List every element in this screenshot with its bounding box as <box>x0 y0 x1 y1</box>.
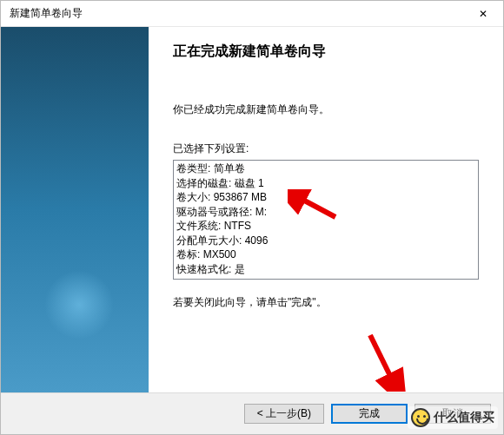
settings-label: 已选择下列设置: <box>173 142 479 156</box>
finish-button[interactable]: 完成 <box>331 404 408 424</box>
watermark: 什么值得买 <box>408 406 498 429</box>
settings-line: 卷大小: 953867 MB <box>175 190 477 205</box>
window-title: 新建简单卷向导 <box>10 6 83 21</box>
settings-line: 卷类型: 简单卷 <box>175 161 477 176</box>
titlebar: 新建简单卷向导 ✕ <box>1 1 503 27</box>
settings-line: 驱动器号或路径: M: <box>175 205 477 220</box>
close-button[interactable]: ✕ <box>463 1 503 27</box>
settings-line: 文件系统: NTFS <box>175 219 477 234</box>
watermark-text: 什么值得买 <box>434 410 494 425</box>
wizard-heading: 正在完成新建简单卷向导 <box>173 43 479 61</box>
close-icon: ✕ <box>479 8 487 20</box>
close-hint-text: 若要关闭此向导，请单击"完成"。 <box>173 295 479 310</box>
wizard-body: 正在完成新建简单卷向导 你已经成功完成新建简单卷向导。 已选择下列设置: 卷类型… <box>1 27 503 392</box>
back-button[interactable]: < 上一步(B) <box>244 404 324 424</box>
settings-line: 分配单元大小: 4096 <box>175 234 477 248</box>
smile-icon <box>411 408 430 427</box>
settings-line: 选择的磁盘: 磁盘 1 <box>175 176 477 191</box>
settings-listbox[interactable]: 卷类型: 简单卷 选择的磁盘: 磁盘 1 卷大小: 953867 MB 驱动器号… <box>173 160 479 280</box>
wizard-intro-text: 你已经成功完成新建简单卷向导。 <box>173 102 479 117</box>
settings-line: 卷标: MX500 <box>175 247 477 262</box>
wizard-sidebar-graphic <box>1 27 149 392</box>
wizard-main: 正在完成新建简单卷向导 你已经成功完成新建简单卷向导。 已选择下列设置: 卷类型… <box>149 27 503 392</box>
settings-line: 快速格式化: 是 <box>175 262 477 277</box>
wizard-window: 新建简单卷向导 ✕ 正在完成新建简单卷向导 你已经成功完成新建简单卷向导。 已选… <box>0 0 504 435</box>
